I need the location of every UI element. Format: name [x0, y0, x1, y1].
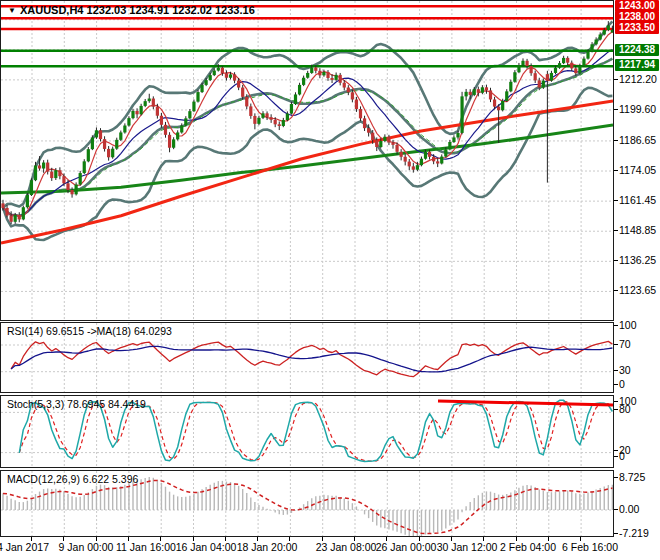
- time-axis-tick: [483, 537, 484, 541]
- time-axis-tick: [128, 537, 129, 541]
- main-plot[interactable]: [1, 1, 613, 321]
- axis-tick: [614, 409, 618, 410]
- price-tick-label: 1186.65: [619, 134, 656, 146]
- main-chart-panel[interactable]: ▼XAUUSD,H4 1232.03 1234.91 1232.02 1233.…: [0, 0, 614, 321]
- time-tick-label: 4 Jan 2017: [0, 541, 49, 553]
- support-price-badge: 1217.94: [615, 59, 659, 71]
- resistance-price-badge: 1243.00: [615, 0, 659, 12]
- axis-tick: [614, 200, 618, 201]
- price-tick-label: 1199.60: [619, 103, 656, 115]
- macd-label: MACD(12,26,9) 6.622 5.396: [7, 473, 138, 485]
- resistance-price-badge: 1233.50: [615, 22, 659, 34]
- time-tick-label: 16 Jan 04:00: [176, 541, 237, 553]
- axis-tick: [614, 477, 618, 478]
- axis-tick: [614, 79, 618, 80]
- time-axis-tick: [225, 537, 226, 541]
- time-axis-tick: [548, 537, 549, 541]
- time-tick-label: 9 Jan 00:00: [59, 541, 114, 553]
- macd-axis-label: 8.725: [619, 471, 645, 483]
- time-axis-tick: [322, 537, 323, 541]
- macd-axis-label: 0.00: [619, 503, 639, 515]
- stoch-axis-label: 80: [619, 403, 631, 415]
- time-axis-tick: [580, 537, 581, 541]
- axis-tick: [614, 456, 618, 457]
- axis-tick: [614, 325, 618, 326]
- time-axis-tick: [451, 537, 452, 541]
- time-tick-label: 6 Feb 16:00: [562, 541, 618, 553]
- axis-tick: [614, 109, 618, 110]
- axis-tick: [614, 533, 618, 534]
- time-axis-tick: [354, 537, 355, 541]
- chart-dropdown-icon[interactable]: ▼: [8, 6, 16, 15]
- time-axis-tick: [193, 537, 194, 541]
- stoch-axis-label: 0: [619, 450, 625, 462]
- axis-tick: [614, 450, 618, 451]
- stochastic-panel[interactable]: Stoch(5,3,3) 78.6945 84.4419: [0, 395, 614, 468]
- chart-window: ▼XAUUSD,H4 1232.03 1234.91 1232.02 1233.…: [0, 0, 660, 560]
- time-axis-tick: [386, 537, 387, 541]
- axis-tick: [614, 170, 618, 171]
- rsi-panel[interactable]: RSI(14) 69.6515 ->MA(18) 64.0293: [0, 322, 614, 393]
- axis-tick: [614, 230, 618, 231]
- time-axis-tick: [160, 537, 161, 541]
- price-tick-label: 1212.20: [619, 73, 657, 85]
- time-tick-label: 30 Jan 12:00: [437, 541, 498, 553]
- macd-panel[interactable]: MACD(12,26,9) 6.622 5.396: [0, 470, 614, 537]
- time-axis-tick: [289, 537, 290, 541]
- rsi-axis-label: 0: [619, 378, 625, 390]
- axis-tick: [614, 384, 618, 385]
- axis-tick: [614, 370, 618, 371]
- rsi-axis-label: 70: [619, 338, 631, 350]
- time-axis-tick: [63, 537, 64, 541]
- chart-title-text: XAUUSD,H4 1232.03 1234.91 1232.02 1233.1…: [20, 4, 255, 16]
- rsi-axis-label: 100: [619, 319, 637, 331]
- time-axis-tick: [96, 537, 97, 541]
- time-tick-label: 18 Jan 20:00: [237, 541, 298, 553]
- price-tick-label: 1136.25: [619, 254, 656, 266]
- axis-tick: [614, 344, 618, 345]
- axis-tick: [614, 509, 618, 510]
- axis-tick: [614, 260, 618, 261]
- time-axis-tick: [516, 537, 517, 541]
- price-tick-label: 1123.65: [619, 284, 656, 296]
- axis-tick: [614, 401, 618, 402]
- stochastic-label: Stoch(5,3,3) 78.6945 84.4419: [7, 398, 146, 410]
- price-tick-label: 1148.85: [619, 224, 656, 236]
- price-tick-label: 1161.45: [619, 194, 656, 206]
- axis-tick: [614, 290, 618, 291]
- time-tick-label: 11 Jan 16:00: [116, 541, 176, 553]
- time-axis: 4 Jan 20179 Jan 00:0011 Jan 16:0016 Jan …: [0, 537, 660, 560]
- time-axis-tick: [419, 537, 420, 541]
- time-tick-label: 2 Feb 04:00: [500, 541, 556, 553]
- price-tick-label: 1174.05: [619, 164, 656, 176]
- price-axis: 1212.201199.601186.651174.051161.451148.…: [614, 0, 660, 560]
- support-price-badge: 1224.38: [615, 44, 659, 56]
- time-axis-tick: [257, 537, 258, 541]
- axis-tick: [614, 140, 618, 141]
- rsi-label: RSI(14) 69.6515 ->MA(18) 64.0293: [7, 325, 172, 337]
- time-axis-tick: [31, 537, 32, 541]
- rsi-axis-label: 30: [619, 364, 631, 376]
- time-tick-label: 26 Jan 00:00: [376, 541, 437, 553]
- chart-title: ▼XAUUSD,H4 1232.03 1234.91 1232.02 1233.…: [8, 4, 255, 16]
- time-tick-label: 23 Jan 08:00: [316, 541, 377, 553]
